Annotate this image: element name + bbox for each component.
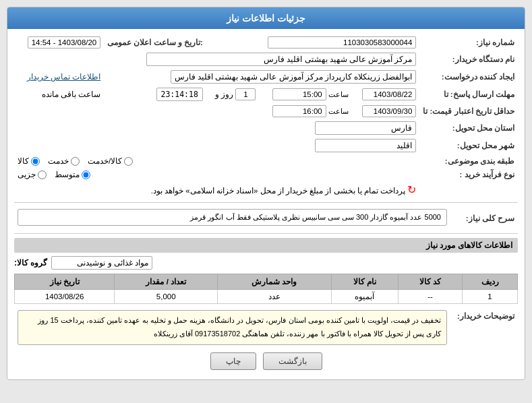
contact-link[interactable]: اطلاعات تماس خریدار bbox=[27, 73, 100, 81]
price-time-cell: ساعت 16:00 bbox=[259, 103, 351, 119]
items-table: ردیف کد کالا نام کالا واحد شمارش تعداد /… bbox=[14, 274, 518, 304]
purchase-type-options-cell: جزیی متوسط bbox=[14, 168, 419, 181]
serh-input: 5000 عدد آبمیوه گازدار 300 سی سی سانبیس … bbox=[18, 209, 447, 226]
date-time-label: :تاریخ و ساعت اعلان عمومی bbox=[104, 34, 206, 51]
reply-date-input: 1403/08/22 bbox=[362, 88, 416, 100]
reply-time-cell: ساعت 15:00 bbox=[259, 86, 351, 103]
reply-deadline-label: مهلت ارسال پاسخ: تا bbox=[419, 86, 518, 103]
city-input: اقلید bbox=[315, 139, 416, 152]
date-time-input: 1403/08/20 - 14:54 bbox=[28, 36, 101, 49]
back-button[interactable]: بازگشت bbox=[263, 352, 322, 370]
order-number-value: 1103030583000044 bbox=[206, 34, 419, 51]
purchase-type-option-jozi-label[interactable]: جزیی bbox=[18, 170, 47, 179]
reply-timer-suffix: ساعت باقی مانده bbox=[42, 90, 100, 98]
province-label: استان محل تحویل: bbox=[419, 119, 518, 137]
price-date-input: 1403/09/30 bbox=[362, 105, 416, 117]
buyer-notes-value: تخفیف در قیمت، اولویت با تامین کننده بوم… bbox=[18, 310, 447, 345]
category-kala-text: کالا bbox=[18, 156, 29, 166]
purchase-type-radio-motavasset[interactable] bbox=[82, 170, 90, 179]
category-radio-group: کالا خدمت کالا/خدمت bbox=[18, 156, 416, 166]
category-radio-kala[interactable] bbox=[31, 157, 40, 166]
serh-row: سرح کلی نیاز: 5000 عدد آبمیوه گازدار 300… bbox=[14, 207, 518, 229]
purchase-type-radio-jozi[interactable] bbox=[38, 170, 47, 179]
price-deadline-row: حداقل تاریخ اعتبار قیمت: تا 1403/09/30 س… bbox=[14, 103, 518, 119]
header-title: جزئیات اطلاعات نیاز bbox=[227, 13, 305, 24]
table-cell: 1 bbox=[463, 290, 518, 304]
table-body: 1--آبمیوهعدد5,0001403/08/26 bbox=[15, 290, 518, 304]
group-kala-row: گروه کالا: مواد غذائی و نوشیدنی bbox=[14, 256, 518, 270]
buyer-notes-label: توضیحات خریدار: bbox=[450, 308, 518, 347]
price-deadline-date: 1403/09/30 bbox=[352, 103, 419, 119]
category-option-service-label[interactable]: خدمت bbox=[48, 156, 80, 166]
category-radio-service[interactable] bbox=[71, 157, 80, 166]
category-options-cell: کالا خدمت کالا/خدمت bbox=[14, 154, 419, 168]
page-header: جزئیات اطلاعات نیاز bbox=[7, 7, 525, 29]
category-option-both-label[interactable]: کالا/خدمت bbox=[88, 156, 133, 166]
info-section-title: اطلاعات کالاهای مورد نیاز bbox=[14, 238, 518, 253]
table-row: 1--آبمیوهعدد5,0001403/08/26 bbox=[15, 290, 518, 304]
reply-timer-cell: 23:14:18 bbox=[104, 86, 206, 103]
creator-label: ایجاد کننده درخواست: bbox=[419, 68, 518, 86]
col-qty: تعداد / مقدار bbox=[115, 274, 218, 290]
buyer-value: مرکز آموزش عالی شهید بهشتی اقلید فارس bbox=[14, 51, 419, 68]
category-service-text: خدمت bbox=[48, 156, 69, 166]
main-container: جزئیات اطلاعات نیاز شماره نیاز: 11030305… bbox=[7, 7, 525, 380]
reply-timer-suffix-cell: ساعت باقی مانده bbox=[14, 86, 104, 103]
city-row: شهر محل تحویل: اقلید bbox=[14, 137, 518, 154]
buyer-notes-cell: تخفیف در قیمت، اولویت با تامین کننده بوم… bbox=[14, 308, 450, 347]
category-row: طبقه بندی موضوعی: کالا خدمت bbox=[14, 154, 518, 168]
col-code: کد کالا bbox=[398, 274, 462, 290]
serh-label: سرح کلی نیاز: bbox=[450, 207, 518, 229]
divider-1 bbox=[14, 202, 518, 203]
serh-grid: سرح کلی نیاز: 5000 عدد آبمیوه گازدار 300… bbox=[14, 207, 518, 229]
category-label: طبقه بندی موضوعی: bbox=[419, 154, 518, 168]
buyer-label: نام دستگاه خریدار: bbox=[419, 51, 518, 68]
reply-deadline-date: 1403/08/22 bbox=[352, 86, 419, 103]
price-time-input: 16:00 bbox=[272, 105, 326, 117]
col-name: نام کالا bbox=[331, 274, 398, 290]
creator-value: ابوالفضل زرینکلاه کارپرداز مرکز آموزش عا… bbox=[104, 68, 419, 86]
reply-deadline-row: مهلت ارسال پاسخ: تا 1403/08/22 ساعت 15:0… bbox=[14, 86, 518, 103]
col-unit: واحد شمارش bbox=[218, 274, 332, 290]
purchase-motavasset-text: متوسط bbox=[55, 170, 80, 179]
red-arrow-icon: ↻ bbox=[407, 184, 416, 195]
order-number-input: 1103030583000044 bbox=[268, 36, 416, 49]
table-cell: 1403/08/26 bbox=[15, 290, 115, 304]
group-kala-value: مواد غذائی و نوشیدنی bbox=[51, 256, 152, 270]
table-cell: 5,000 bbox=[115, 290, 218, 304]
payment-note-cell: ↻ پرداخت تمام یا بخشی از مبلغ خریدار از … bbox=[14, 181, 419, 198]
purchase-type-label: نوع فرآیند خرید : bbox=[419, 168, 518, 181]
contact-link-cell[interactable]: اطلاعات تماس خریدار bbox=[14, 68, 104, 86]
buttons-row: بازگشت چاپ bbox=[14, 352, 518, 374]
info-grid: شماره نیاز: 1103030583000044 :تاریخ و سا… bbox=[14, 34, 518, 198]
buyer-input: مرکز آموزش عالی شهید بهشتی اقلید فارس bbox=[146, 53, 416, 66]
print-button[interactable]: چاپ bbox=[210, 352, 256, 370]
date-time-value: 1403/08/20 - 14:54 bbox=[14, 34, 104, 51]
table-cell: آبمیوه bbox=[331, 290, 398, 304]
serh-value-cell: 5000 عدد آبمیوه گازدار 300 سی سی سانبیس … bbox=[14, 207, 450, 229]
group-kala-label: گروه کالا: bbox=[14, 258, 47, 268]
price-deadline-label: حداقل تاریخ اعتبار قیمت: تا bbox=[419, 103, 518, 119]
col-radif: ردیف bbox=[463, 274, 518, 290]
purchase-jozi-text: جزیی bbox=[18, 170, 36, 179]
reply-time-input: 15:00 bbox=[272, 88, 326, 100]
creator-input: ابوالفضل زرینکلاه کارپرداز مرکز آموزش عا… bbox=[171, 70, 417, 84]
table-cell: -- bbox=[398, 290, 462, 304]
creator-row: ایجاد کننده درخواست: ابوالفضل زرینکلاه ک… bbox=[14, 68, 518, 86]
category-both-text: کالا/خدمت bbox=[88, 156, 122, 166]
purchase-type-row: نوع فرآیند خرید : جزیی متوسط bbox=[14, 168, 518, 181]
days-label: روز و bbox=[215, 90, 233, 98]
category-radio-both[interactable] bbox=[124, 157, 133, 166]
buyer-row: نام دستگاه خریدار: مرکز آموزش عالی شهید … bbox=[14, 51, 518, 68]
purchase-type-radio-group: جزیی متوسط bbox=[18, 170, 416, 179]
order-number-label: شماره نیاز: bbox=[419, 34, 518, 51]
col-date: تاریخ نیاز bbox=[15, 274, 115, 290]
table-cell: عدد bbox=[218, 290, 332, 304]
category-option-kala-label[interactable]: کالا bbox=[18, 156, 40, 166]
reply-days-cell: 1 روز و bbox=[206, 86, 260, 103]
notes-row: توضیحات خریدار: تخفیف در قیمت، اولویت با… bbox=[14, 308, 518, 347]
purchase-type-option-motavasset-label[interactable]: متوسط bbox=[55, 170, 90, 179]
order-number-row: شماره نیاز: 1103030583000044 :تاریخ و سا… bbox=[14, 34, 518, 51]
date-time-text: :تاریخ و ساعت اعلان عمومی bbox=[107, 38, 203, 46]
province-value: فارس bbox=[14, 119, 419, 137]
